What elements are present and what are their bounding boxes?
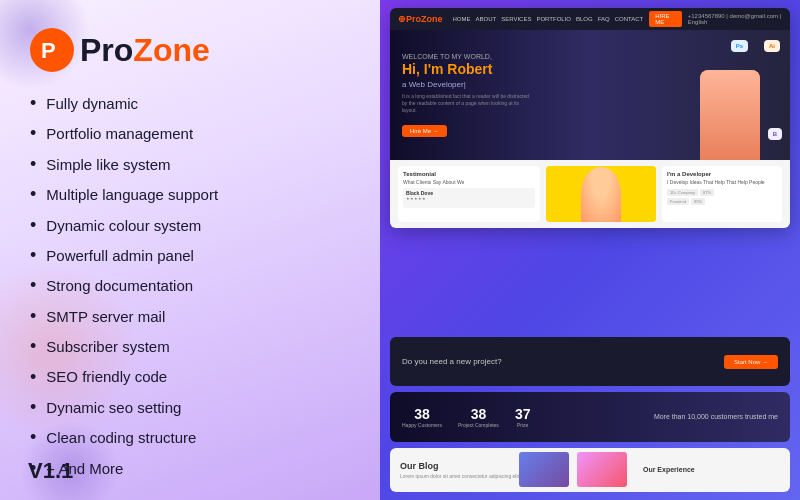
left-panel: P ProZone Fully dynamicPortfolio managem… — [0, 0, 380, 500]
mock-stats-card: 38 Happy Customers 38 Project Completes … — [390, 392, 790, 441]
logo: P ProZone — [30, 28, 350, 72]
svg-text:P: P — [41, 38, 56, 63]
feature-item: Multiple language support — [30, 183, 350, 206]
features-list: Fully dynamicPortfolio managementSimple … — [30, 92, 350, 480]
feature-item: Powerfull admin panel — [30, 244, 350, 267]
mock-cta-btn[interactable]: Hire Me → — [402, 125, 447, 137]
feature-item: + And More — [30, 457, 350, 480]
mock-testimonial-card: Testimonial What Clients Say About We Bl… — [398, 166, 540, 222]
mock-website-container: ⊕ProZone HOME ABOUT SERVICES PORTFOLIO B… — [390, 8, 790, 228]
mock-hire-btn[interactable]: HIRE ME — [649, 11, 682, 27]
feature-item: Dynamic seo setting — [30, 396, 350, 419]
mock-stat-2: 38 Project Completes — [458, 406, 499, 428]
skill-badge-bootstrap: B — [768, 128, 782, 140]
mock-welcome-tag: WELCOME TO MY WORLD, — [402, 53, 778, 60]
feature-item: Portfolio management — [30, 122, 350, 145]
mock-bottom-strip: Testimonial What Clients Say About We Bl… — [390, 160, 790, 228]
feature-item: Subscriber system — [30, 335, 350, 358]
mock-person-silhouette — [700, 70, 760, 160]
mock-blog-thumbnail-2 — [577, 452, 627, 487]
feature-item: Dynamic colour system — [30, 214, 350, 237]
mock-navbar: ⊕ProZone HOME ABOUT SERVICES PORTFOLIO B… — [390, 8, 790, 30]
skill-badge-ai: Ai — [764, 40, 780, 52]
feature-item: Simple like system — [30, 153, 350, 176]
mock-stat-1: 38 Happy Customers — [402, 406, 442, 428]
mock-hero: WELCOME TO MY WORLD, Hi, I'm Robert a We… — [390, 30, 790, 160]
logo-icon: P — [30, 28, 74, 72]
feature-item: Strong documentation — [30, 274, 350, 297]
mock-person-image — [700, 70, 760, 160]
right-panel: ⊕ProZone HOME ABOUT SERVICES PORTFOLIO B… — [380, 0, 800, 500]
version-badge: V1.1 — [28, 458, 73, 484]
mock-blog-row: Our Blog Lorem ipsum dolor sit amet cons… — [390, 448, 790, 492]
skill-badge-ps: Ps — [731, 40, 748, 52]
mock-nav-info: +1234567890 | demo@gmail.com | English — [688, 13, 782, 25]
mock-start-btn[interactable]: Start Now → — [724, 355, 778, 369]
feature-item: Fully dynamic — [30, 92, 350, 115]
logo-text: ProZone — [80, 34, 210, 66]
mock-person-card — [546, 166, 656, 222]
mock-stats-title: More than 10,000 customers trusted me — [654, 413, 778, 420]
mock-blog-thumbnail — [519, 452, 569, 487]
mock-developer-card: I'm a Developer I Develop Ideas That Hel… — [662, 166, 782, 222]
mock-logo: ⊕ProZone — [398, 14, 443, 24]
mock-nav-links: HOME ABOUT SERVICES PORTFOLIO BLOG FAQ C… — [453, 16, 644, 22]
mock-hero-desc: It is a long established fact that a rea… — [402, 93, 532, 114]
feature-item: SEO friendly code — [30, 366, 350, 389]
feature-item: Clean coding structure — [30, 426, 350, 449]
feature-item: SMTP server mail — [30, 305, 350, 328]
mock-project-cta: Do you need a new project? Start Now → — [390, 337, 790, 386]
mock-stat-3: 37 Prize — [515, 406, 531, 428]
mock-cards-row: Do you need a new project? Start Now → 3… — [390, 337, 790, 492]
